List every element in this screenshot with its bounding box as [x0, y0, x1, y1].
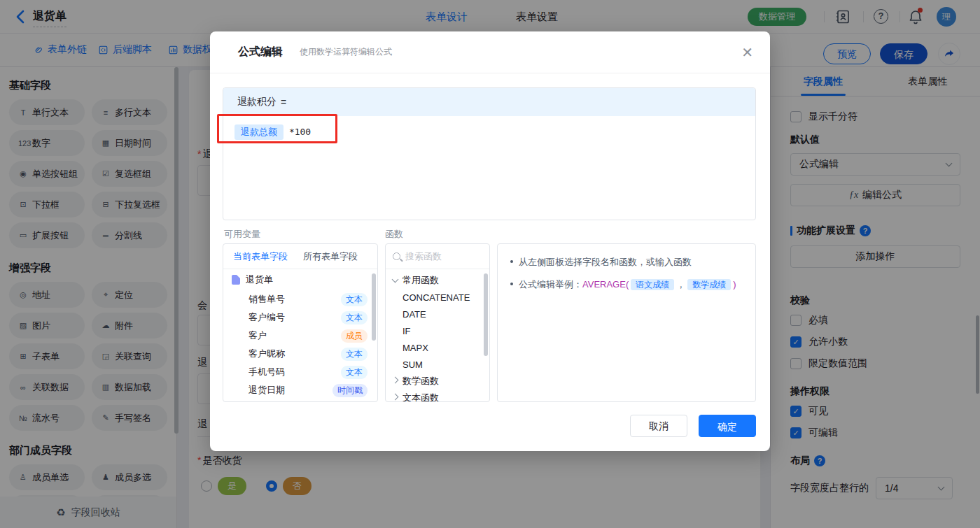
- variable-chip[interactable]: 退款总额: [234, 124, 284, 140]
- variable-type-tag: 文本: [341, 366, 368, 379]
- tip-line-1: 从左侧面板选择字段名和函数，或输入函数: [510, 255, 743, 269]
- modal-footer: 取消 确定: [630, 415, 756, 437]
- functions-panel: 搜索函数 常用函数 CONCATENATE DATE IF M: [385, 243, 490, 402]
- variables-list: 销售单号 文本 客户编号 文本 客户 成员 客户昵称 文本: [223, 290, 377, 399]
- function-search-row[interactable]: 搜索函数: [386, 244, 489, 269]
- function-item[interactable]: CONCATENATE: [386, 289, 489, 306]
- variable-row[interactable]: 客户昵称 文本: [223, 345, 377, 363]
- example-function: AVERAGE(: [582, 279, 629, 290]
- variable-name: 客户: [248, 329, 267, 342]
- functions-label: 函数: [385, 228, 403, 241]
- variable-name: 手机号码: [248, 366, 285, 378]
- formula-target: 退款积分 =: [223, 88, 755, 116]
- variables-label: 可用变量: [224, 228, 260, 241]
- tree-root-row[interactable]: 退货单: [223, 269, 377, 290]
- function-name: MAPX: [402, 343, 428, 353]
- function-group-text[interactable]: 文本函数: [386, 390, 489, 402]
- example-chip: 语文成绩: [631, 279, 674, 290]
- variable-name: 客户昵称: [248, 348, 285, 360]
- bullet-dot: [510, 283, 513, 285]
- function-list: CONCATENATE DATE IF MAPX SUM: [386, 289, 489, 373]
- variable-name: 退货日期: [248, 384, 285, 397]
- variable-row[interactable]: 手机号码 文本: [223, 363, 377, 381]
- chevron-right-icon: [392, 394, 399, 401]
- confirm-button[interactable]: 确定: [699, 415, 756, 437]
- function-name: IF: [402, 326, 411, 336]
- modal-title: 公式编辑: [238, 45, 283, 59]
- modal-subtitle: 使用数学运算符编辑公式: [300, 46, 392, 58]
- formula-input-area[interactable]: 退款总额 *100: [223, 116, 755, 148]
- variable-type-tag: 文本: [341, 348, 368, 361]
- formula-target-field: 退款积分: [237, 96, 276, 108]
- variables-panel: 当前表单字段 所有表单字段 退货单 销售单号 文本 客户编号 文本 客户: [223, 243, 378, 402]
- variable-type-tag: 文本: [341, 293, 368, 306]
- function-item[interactable]: SUM: [386, 356, 489, 373]
- function-group-math[interactable]: 数学函数: [386, 373, 489, 390]
- function-item[interactable]: DATE: [386, 306, 489, 322]
- function-group-label: 数学函数: [402, 375, 439, 387]
- tips-panel: 从左侧面板选择字段名和函数，或输入函数 公式编辑举例：AVERAGE(语文成绩，…: [497, 243, 756, 402]
- variable-row[interactable]: 退货日期 时间戳: [223, 381, 377, 399]
- example-chip: 数学成绩: [687, 279, 731, 290]
- function-group-common[interactable]: 常用函数: [386, 272, 489, 289]
- variable-name: 客户编号: [248, 311, 285, 324]
- function-name: DATE: [402, 309, 426, 320]
- close-icon[interactable]: ✕: [741, 45, 753, 59]
- variables-scrollbar[interactable]: [372, 273, 376, 341]
- formula-expression: *100: [289, 127, 311, 137]
- formula-edit-modal: 公式编辑 使用数学运算符编辑公式 ✕ 退款积分 = 退款总额 *100 可用变量…: [210, 31, 770, 451]
- bullet-dot: [510, 260, 513, 263]
- tab-all-form-fields[interactable]: 所有表单字段: [303, 250, 358, 263]
- cancel-button[interactable]: 取消: [630, 415, 687, 437]
- form-doc-icon: [232, 275, 240, 285]
- functions-scrollbar[interactable]: [484, 273, 488, 356]
- function-group-label: 常用函数: [402, 274, 439, 287]
- function-item[interactable]: IF: [386, 322, 489, 339]
- function-group-label: 文本函数: [402, 392, 439, 402]
- variable-row[interactable]: 销售单号 文本: [223, 290, 377, 308]
- tab-current-form-fields[interactable]: 当前表单字段: [233, 250, 288, 263]
- tip-line-2: 公式编辑举例：AVERAGE(语文成绩，数学成绩): [510, 278, 743, 292]
- function-name: CONCATENATE: [402, 292, 470, 303]
- variable-type-tag: 成员: [341, 329, 368, 343]
- variable-row[interactable]: 客户编号 文本: [223, 308, 377, 327]
- variables-tabs: 当前表单字段 所有表单字段: [223, 244, 377, 269]
- chevron-right-icon: [392, 377, 399, 384]
- tree-root-label: 退货单: [246, 273, 273, 286]
- formula-editor: 退款积分 = 退款总额 *100: [223, 87, 756, 220]
- variable-type-tag: 时间戳: [332, 384, 368, 397]
- variable-type-tag: 文本: [341, 311, 368, 324]
- variable-row[interactable]: 客户 成员: [223, 327, 377, 345]
- modal-header: 公式编辑 使用数学运算符编辑公式 ✕: [210, 31, 770, 73]
- variable-name: 销售单号: [248, 293, 285, 306]
- equals-sign: =: [281, 97, 286, 108]
- search-input[interactable]: 搜索函数: [405, 250, 442, 263]
- function-item[interactable]: MAPX: [386, 339, 489, 356]
- function-name: SUM: [402, 359, 423, 370]
- chevron-down-icon: [392, 276, 399, 283]
- search-icon: [393, 252, 400, 260]
